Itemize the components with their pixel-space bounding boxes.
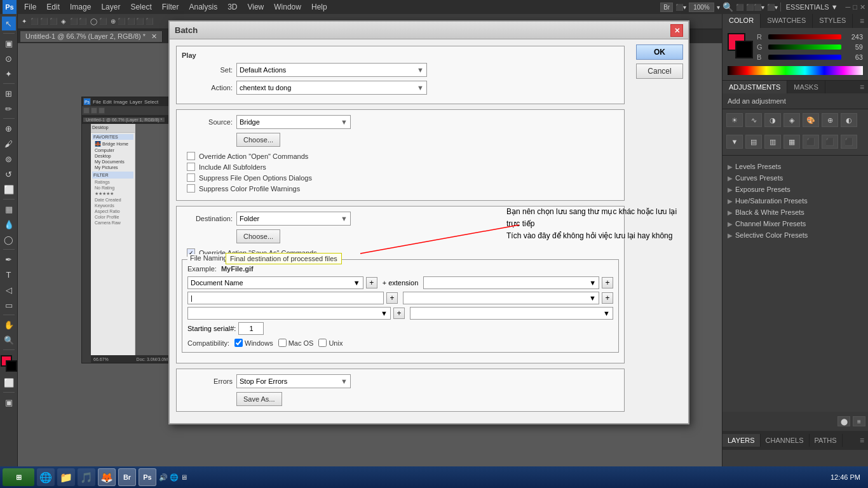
naming-plus2[interactable]: +: [602, 277, 613, 288]
destination-dropdown[interactable]: Folder ▼: [236, 212, 351, 226]
adj-threshold[interactable]: ▥: [764, 135, 781, 149]
errors-dropdown[interactable]: Stop For Errors ▼: [236, 374, 351, 388]
taskbar-icon-ps[interactable]: Ps: [139, 468, 156, 486]
adj-invert[interactable]: ▼: [726, 135, 743, 149]
b-slider[interactable]: [768, 55, 841, 60]
tool-marquee[interactable]: ▣: [2, 36, 16, 50]
preset-levels[interactable]: ▶ Levels Presets: [722, 161, 868, 172]
color-spectrum[interactable]: [728, 66, 863, 75]
action-dropdown[interactable]: chentext tu dong ▼: [236, 81, 427, 95]
tool-hand[interactable]: ✋: [2, 318, 16, 332]
menu-help[interactable]: Help: [306, 1, 332, 13]
include-subfolders-checkbox[interactable]: [187, 163, 195, 171]
menu-file[interactable]: File: [19, 1, 41, 13]
cancel-button[interactable]: Cancel: [636, 64, 683, 79]
taskbar-icon-explorer[interactable]: 📁: [57, 468, 75, 486]
preset-selectivecolor[interactable]: ▶ Selective Color Presets: [722, 229, 868, 241]
suppress-open-checkbox[interactable]: [187, 173, 195, 182]
preset-bw[interactable]: ▶ Black & White Presets: [722, 207, 868, 218]
tool-shape[interactable]: ▭: [2, 298, 16, 312]
adj-exposure[interactable]: ◑: [764, 113, 781, 127]
tool-path-select[interactable]: ◁: [2, 283, 16, 297]
tab-masks[interactable]: MASKS: [787, 81, 825, 93]
tool-gradient[interactable]: ▦: [2, 202, 16, 216]
adj-bw[interactable]: ◐: [841, 113, 857, 127]
adj-vibrance[interactable]: ◈: [783, 113, 800, 127]
adj-brightness[interactable]: ☀: [726, 113, 743, 127]
adj-posterize[interactable]: ▤: [745, 135, 762, 149]
naming-input1[interactable]: [187, 292, 384, 304]
essentials-label[interactable]: ESSENTIALS ▼: [780, 3, 843, 11]
menu-image[interactable]: Image: [65, 1, 96, 13]
doc-tab-close[interactable]: ✕: [151, 32, 157, 40]
naming-row2-dropdown[interactable]: ▼: [403, 292, 599, 304]
tab-swatches[interactable]: SWATCHES: [761, 14, 813, 28]
serial-input[interactable]: [238, 322, 264, 335]
menu-analysis[interactable]: Analysis: [184, 1, 222, 13]
compat-mac-cb[interactable]: [278, 339, 287, 347]
menu-edit[interactable]: Edit: [41, 1, 65, 13]
adj-hsl[interactable]: 🎨: [803, 113, 819, 127]
tab-paths[interactable]: PATHS: [810, 434, 843, 447]
naming-col1-dropdown[interactable]: Document Name ▼: [187, 276, 363, 289]
bg-color[interactable]: [735, 41, 753, 58]
tab-channels[interactable]: CHANNELS: [761, 434, 810, 447]
r-slider[interactable]: [768, 34, 841, 39]
tool-zoom[interactable]: 🔍: [2, 333, 16, 347]
tool-eraser[interactable]: ⬜: [2, 182, 16, 196]
adj-curves[interactable]: ∿: [745, 113, 762, 127]
preset-hsl[interactable]: ▶ Hue/Saturation Presets: [722, 195, 868, 207]
adj-channel-mixer[interactable]: ⬛: [822, 135, 838, 149]
layer-panel-menu[interactable]: ≡: [856, 434, 868, 447]
fg-bg-colors[interactable]: [1, 355, 17, 372]
choose-button[interactable]: Choose...: [236, 133, 280, 147]
naming-plus1[interactable]: +: [366, 277, 377, 288]
tool-dodge[interactable]: ◯: [2, 233, 16, 247]
tool-quick-mask[interactable]: ⬜: [2, 376, 16, 390]
preset-exposure[interactable]: ▶ Exposure Presets: [722, 184, 868, 195]
naming-plus5[interactable]: +: [393, 308, 405, 319]
batch-close-button[interactable]: ✕: [670, 24, 683, 37]
compat-windows-check[interactable]: Windows: [234, 339, 273, 347]
choose2-button[interactable]: Choose...: [236, 229, 280, 243]
adj-action-btn2[interactable]: ≡: [853, 416, 865, 426]
fg-bg-swatch[interactable]: [728, 33, 753, 58]
taskbar-icon-bridge[interactable]: Br: [118, 468, 136, 486]
tab-layers[interactable]: LAYERS: [722, 434, 761, 447]
tool-lasso[interactable]: ⊙: [2, 51, 16, 65]
adj-colorbalance[interactable]: ⊕: [822, 113, 838, 127]
compat-windows-cb[interactable]: [234, 339, 243, 347]
tool-screen-mode[interactable]: ▣: [2, 395, 16, 409]
adj-panel-menu[interactable]: ≡: [856, 81, 868, 93]
menu-3d[interactable]: 3D: [222, 1, 242, 13]
naming-row3-dropdown[interactable]: ▼: [187, 307, 391, 320]
adj-action-btn1[interactable]: ⬤: [837, 416, 850, 426]
taskbar-icon-wmp[interactable]: 🎵: [78, 468, 95, 486]
source-dropdown[interactable]: Bridge ▼: [236, 115, 351, 129]
naming-row3-dropdown2[interactable]: ▼: [410, 307, 613, 320]
tool-pen[interactable]: ✒: [2, 252, 16, 266]
menu-filter[interactable]: Filter: [157, 1, 184, 13]
set-dropdown[interactable]: Default Actions ▼: [236, 63, 427, 77]
menu-view[interactable]: View: [242, 1, 269, 13]
naming-plus4[interactable]: +: [602, 292, 613, 304]
preset-curves[interactable]: ▶ Curves Presets: [722, 172, 868, 184]
menu-layer[interactable]: Layer: [96, 1, 125, 13]
save-as-button[interactable]: Save As...: [236, 392, 282, 406]
menu-select[interactable]: Select: [125, 1, 156, 13]
override-open-checkbox[interactable]: [187, 152, 195, 160]
naming-col2-dropdown[interactable]: ▼: [423, 276, 599, 289]
tool-history-brush[interactable]: ↺: [2, 167, 16, 181]
preset-channelmixer[interactable]: ▶ Channel Mixer Presets: [722, 218, 868, 229]
compat-unix-cb[interactable]: [318, 339, 327, 347]
ok-button[interactable]: OK: [636, 44, 683, 60]
tab-styles[interactable]: STYLES: [813, 14, 853, 28]
naming-plus3[interactable]: +: [386, 292, 398, 304]
tool-crop[interactable]: ⊞: [2, 86, 16, 100]
compat-unix-check[interactable]: Unix: [318, 339, 342, 347]
tab-color[interactable]: COLOR: [722, 14, 761, 28]
menu-window[interactable]: Window: [269, 1, 306, 13]
tool-clone[interactable]: ⊚: [2, 152, 16, 166]
taskbar-icon-firefox[interactable]: 🦊: [98, 468, 116, 486]
tool-blur[interactable]: 💧: [2, 217, 16, 231]
